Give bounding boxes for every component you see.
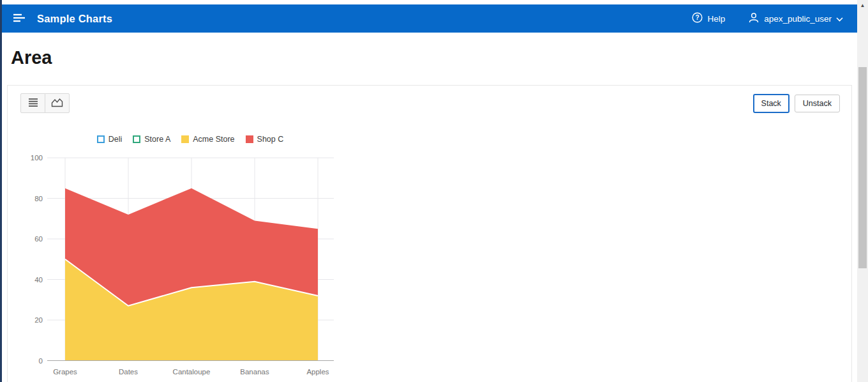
- user-menu[interactable]: apex_public_user: [744, 11, 847, 26]
- data-view-button[interactable]: [20, 93, 45, 113]
- scrollbar-thumb[interactable]: [858, 67, 867, 268]
- legend-item-deli[interactable]: Deli: [97, 135, 123, 144]
- chart-legend: DeliStore AAcme StoreShop C: [31, 135, 350, 144]
- app-title: Sample Charts: [37, 13, 112, 25]
- legend-label: Store A: [144, 135, 170, 144]
- svg-text:60: 60: [34, 235, 43, 243]
- chevron-down-icon: [836, 14, 843, 24]
- help-link[interactable]: ? Help: [688, 11, 729, 26]
- user-label: apex_public_user: [764, 14, 832, 24]
- legend-label: Acme Store: [193, 135, 234, 144]
- svg-text:?: ?: [696, 14, 700, 21]
- chart-view-button[interactable]: [45, 93, 70, 113]
- legend-item-shop-c[interactable]: Shop C: [246, 135, 284, 144]
- menu-button[interactable]: [10, 10, 28, 27]
- svg-text:Cantaloupe: Cantaloupe: [173, 368, 211, 376]
- area-chart-icon: [51, 98, 63, 109]
- svg-text:Grapes: Grapes: [53, 368, 77, 376]
- svg-text:Dates: Dates: [119, 368, 138, 376]
- hamburger-icon: [13, 13, 26, 25]
- legend-label: Deli: [108, 135, 123, 144]
- legend-label: Shop C: [257, 135, 284, 144]
- stack-button[interactable]: Stack: [753, 94, 789, 113]
- svg-text:Apples: Apples: [306, 368, 329, 376]
- legend-swatch: [133, 135, 140, 143]
- help-label: Help: [707, 14, 725, 24]
- svg-text:20: 20: [34, 316, 43, 324]
- svg-text:Bananas: Bananas: [240, 368, 269, 376]
- svg-text:40: 40: [34, 276, 43, 284]
- area-chart-canvas: 020406080100GrapesDatesCantaloupeBananas…: [26, 154, 342, 382]
- view-toggle-group: [20, 93, 70, 113]
- legend-item-store-a[interactable]: Store A: [133, 135, 170, 144]
- window-left-edge: [0, 0, 2, 382]
- scroll-up-arrow[interactable]: ▲: [857, 0, 868, 10]
- legend-swatch: [246, 135, 253, 143]
- data-list-icon: [28, 98, 38, 109]
- legend-item-acme-store[interactable]: Acme Store: [181, 135, 234, 144]
- app-header: Sample Charts ? Help apex_public_user: [0, 4, 857, 33]
- page-title: Area: [11, 47, 52, 68]
- chart-region: Stack Unstack DeliStore AAcme StoreShop …: [7, 85, 852, 382]
- svg-text:0: 0: [39, 357, 43, 365]
- vertical-scrollbar[interactable]: ▲: [857, 0, 868, 382]
- legend-swatch: [97, 135, 105, 143]
- svg-text:80: 80: [34, 195, 43, 202]
- region-toolbar: Stack Unstack: [20, 93, 840, 113]
- legend-swatch: [181, 135, 189, 143]
- app-window: Sample Charts ? Help apex_public_user: [0, 0, 868, 382]
- user-icon: [748, 12, 760, 25]
- svg-text:100: 100: [31, 154, 43, 162]
- help-icon: ?: [692, 12, 703, 25]
- stack-controls: Stack Unstack: [753, 94, 840, 113]
- unstack-button[interactable]: Unstack: [795, 95, 840, 112]
